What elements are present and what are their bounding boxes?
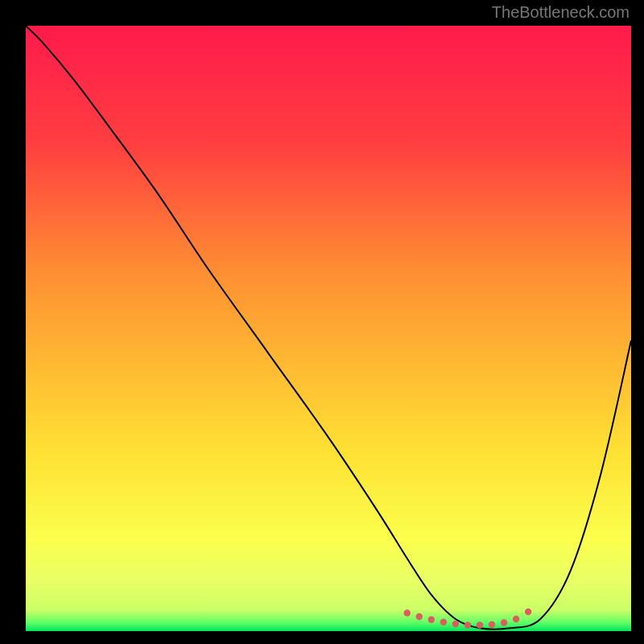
optimal-range-dot bbox=[440, 619, 447, 625]
optimal-range-dot bbox=[513, 616, 519, 622]
optimal-range-dot bbox=[416, 613, 423, 620]
optimal-range-marker bbox=[404, 609, 532, 629]
annotation-layer bbox=[26, 26, 631, 631]
optimal-range-dot bbox=[477, 621, 483, 628]
optimal-range-dot bbox=[501, 619, 507, 625]
optimal-range-dot bbox=[464, 621, 471, 628]
plot-area bbox=[26, 26, 631, 631]
watermark-text: TheBottleneck.com bbox=[492, 3, 630, 22]
optimal-range-dot bbox=[525, 609, 531, 615]
optimal-range-dot bbox=[489, 621, 495, 628]
chart-container: TheBottleneck.com bbox=[0, 0, 644, 644]
optimal-range-dot bbox=[428, 617, 435, 623]
optimal-range-dot bbox=[404, 609, 411, 616]
optimal-range-dot bbox=[452, 621, 459, 627]
